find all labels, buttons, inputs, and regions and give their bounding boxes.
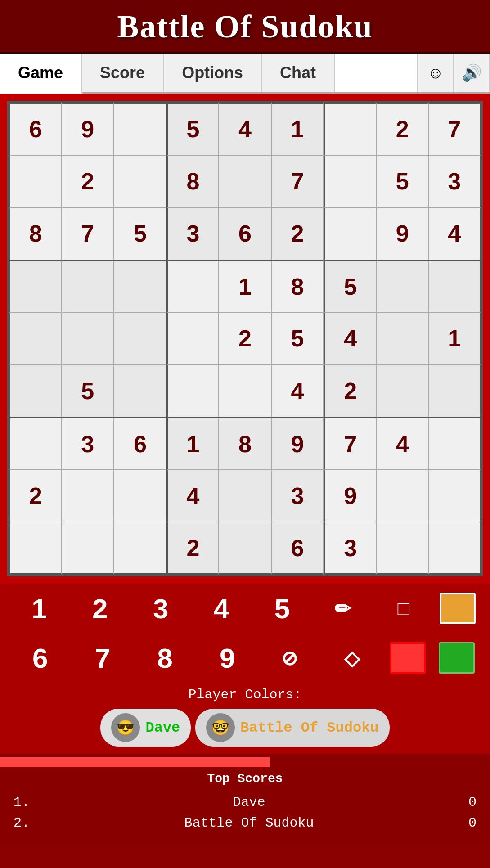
sudoku-cell[interactable]: 9: [324, 470, 376, 522]
sudoku-cell[interactable]: [376, 470, 429, 522]
sudoku-cell[interactable]: [219, 522, 271, 575]
sudoku-cell[interactable]: 5: [166, 103, 219, 155]
sudoku-cell[interactable]: [376, 522, 429, 575]
sudoku-cell[interactable]: 6: [114, 417, 166, 470]
sudoku-cell[interactable]: 3: [62, 417, 114, 470]
emoji-button[interactable]: ☺: [418, 54, 454, 92]
sudoku-cell[interactable]: 9: [376, 207, 429, 260]
sudoku-cell[interactable]: 5: [376, 155, 429, 208]
sudoku-cell[interactable]: [114, 260, 166, 313]
tab-score[interactable]: Score: [82, 54, 164, 92]
sudoku-cell[interactable]: 4: [428, 207, 481, 260]
sudoku-cell[interactable]: [219, 155, 271, 208]
sudoku-cell[interactable]: 1: [271, 103, 324, 155]
sudoku-cell[interactable]: 5: [62, 365, 114, 418]
sudoku-cell[interactable]: [376, 312, 429, 365]
sudoku-cell[interactable]: 2: [271, 207, 324, 260]
sudoku-cell[interactable]: 3: [428, 155, 481, 208]
sudoku-cell[interactable]: [9, 522, 62, 575]
sudoku-cell[interactable]: [324, 155, 376, 208]
sudoku-cell[interactable]: [9, 155, 62, 208]
sudoku-cell[interactable]: [166, 260, 219, 313]
num-btn-6[interactable]: 6: [15, 638, 65, 678]
sudoku-cell[interactable]: [376, 365, 429, 418]
sudoku-cell[interactable]: [428, 260, 481, 313]
sudoku-cell[interactable]: [62, 522, 114, 575]
sudoku-cell[interactable]: 3: [166, 207, 219, 260]
sudoku-cell[interactable]: 4: [376, 417, 429, 470]
sudoku-cell[interactable]: 4: [166, 470, 219, 522]
sudoku-cell[interactable]: [428, 522, 481, 575]
sudoku-cell[interactable]: 2: [324, 365, 376, 418]
sudoku-cell[interactable]: [114, 155, 166, 208]
sudoku-cell[interactable]: 8: [9, 207, 62, 260]
num-btn-8[interactable]: 8: [140, 638, 190, 678]
sudoku-cell[interactable]: [428, 470, 481, 522]
sudoku-cell[interactable]: 2: [166, 522, 219, 575]
sudoku-cell[interactable]: [114, 312, 166, 365]
sudoku-cell[interactable]: 7: [62, 207, 114, 260]
sound-button[interactable]: 🔊: [454, 54, 490, 92]
num-btn-2[interactable]: 2: [75, 588, 125, 629]
sudoku-cell[interactable]: 6: [219, 207, 271, 260]
sudoku-cell[interactable]: 1: [428, 312, 481, 365]
sudoku-cell[interactable]: 1: [219, 260, 271, 313]
sudoku-cell[interactable]: [9, 417, 62, 470]
sudoku-cell[interactable]: [114, 365, 166, 418]
sudoku-cell[interactable]: 8: [166, 155, 219, 208]
num-btn-3[interactable]: 3: [136, 588, 185, 629]
sudoku-cell[interactable]: [114, 522, 166, 575]
sudoku-cell[interactable]: [114, 103, 166, 155]
sudoku-cell[interactable]: 5: [324, 260, 376, 313]
tab-game[interactable]: Game: [0, 54, 82, 94]
sudoku-cell[interactable]: 9: [62, 103, 114, 155]
sudoku-cell[interactable]: 7: [428, 103, 481, 155]
num-btn-5[interactable]: 5: [257, 588, 307, 629]
num-btn-1[interactable]: 1: [14, 588, 64, 629]
sudoku-cell[interactable]: [62, 260, 114, 313]
sudoku-cell[interactable]: 4: [271, 365, 324, 418]
sudoku-cell[interactable]: 9: [271, 417, 324, 470]
sudoku-cell[interactable]: 3: [324, 522, 376, 575]
sudoku-cell[interactable]: [9, 312, 62, 365]
num-btn-7[interactable]: 7: [78, 638, 127, 678]
sudoku-cell[interactable]: [324, 103, 376, 155]
sudoku-cell[interactable]: 7: [271, 155, 324, 208]
sudoku-cell[interactable]: [62, 312, 114, 365]
sudoku-cell[interactable]: 3: [271, 470, 324, 522]
sudoku-cell[interactable]: [166, 312, 219, 365]
sudoku-cell[interactable]: 6: [271, 522, 324, 575]
color-orange[interactable]: [440, 593, 476, 624]
sudoku-cell[interactable]: [114, 470, 166, 522]
num-btn-4[interactable]: 4: [197, 588, 246, 629]
sudoku-cell[interactable]: 5: [271, 312, 324, 365]
sudoku-cell[interactable]: [166, 365, 219, 418]
sudoku-cell[interactable]: 7: [324, 417, 376, 470]
sudoku-cell[interactable]: [62, 470, 114, 522]
sudoku-cell[interactable]: 1: [166, 417, 219, 470]
sudoku-cell[interactable]: 2: [376, 103, 429, 155]
sudoku-cell[interactable]: 2: [62, 155, 114, 208]
sudoku-cell[interactable]: 8: [219, 417, 271, 470]
tab-chat[interactable]: Chat: [262, 54, 335, 92]
pencil-tool[interactable]: ✏: [318, 588, 368, 629]
sudoku-cell[interactable]: 2: [9, 470, 62, 522]
sudoku-cell[interactable]: [219, 365, 271, 418]
sudoku-cell[interactable]: [428, 365, 481, 418]
sudoku-cell[interactable]: 8: [271, 260, 324, 313]
sudoku-cell[interactable]: 6: [9, 103, 62, 155]
sudoku-cell[interactable]: [9, 365, 62, 418]
sudoku-cell[interactable]: 4: [219, 103, 271, 155]
sudoku-cell[interactable]: 2: [219, 312, 271, 365]
sudoku-cell[interactable]: [428, 417, 481, 470]
fill-tool[interactable]: ◇: [327, 638, 377, 678]
sudoku-cell[interactable]: 4: [324, 312, 376, 365]
num-btn-9[interactable]: 9: [202, 638, 252, 678]
sudoku-cell[interactable]: [219, 470, 271, 522]
sudoku-cell[interactable]: [324, 207, 376, 260]
sudoku-cell[interactable]: [9, 260, 62, 313]
sudoku-cell[interactable]: [376, 260, 429, 313]
color-black[interactable]: [390, 642, 426, 674]
color-green[interactable]: [439, 642, 475, 674]
sudoku-cell[interactable]: 5: [114, 207, 166, 260]
